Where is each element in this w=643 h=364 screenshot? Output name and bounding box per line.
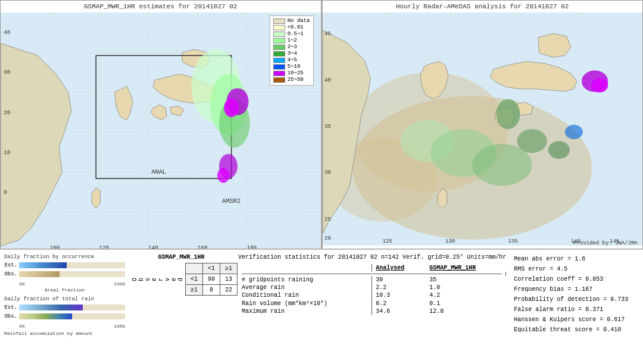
obs-bar-1 [19,271,125,277]
svg-point-52 [564,125,582,139]
obs-bar-2 [19,313,125,319]
row3-val1: 10.3 [372,291,426,299]
svg-text:130: 130 [445,238,454,244]
chart-obs-row: Obs. [4,270,125,278]
charts-section: Daily fraction by occurrence Est. Obs. 0… [3,253,126,361]
row3-label: Conditional rain [238,291,372,299]
row2-label: Average rain [238,284,372,291]
freq-bias: Frequency bias = 1.167 [514,284,637,294]
svg-text:20: 20 [4,109,10,116]
obs-label-2: Obs. [4,313,17,319]
cell-8: 8 [203,285,220,296]
obs-label-1: Obs. [4,271,17,277]
col-header-gsmap: GSMAP_MWR_1HR [426,264,505,272]
legend-2-3: 2~3 [273,44,310,50]
prob-detection: Probability of detection = 0.733 [514,294,637,305]
chart-axis-1: 0% 100% [4,281,125,287]
svg-text:AMSR2: AMSR2 [222,197,241,205]
est-label-1: Est. [4,262,17,268]
false-alarm-ratio: False alarm ratio = 0.371 [514,305,637,315]
right-map-panel: Hourly Radar-AMeDAS analysis for 2014102… [322,0,644,249]
row-header-gte1: ≥1 [186,285,203,296]
credit-label: Provided by: JWA/JMA [573,240,638,246]
corr-coeff: Correlation coeff = 0.853 [514,274,637,284]
row5-label: Maximum rain [238,307,372,315]
svg-text:40: 40 [324,77,331,83]
est-label-2: Est. [4,305,17,310]
svg-text:125: 125 [382,238,392,244]
legend-25-50: 25~50 [273,77,310,83]
svg-text:100: 100 [50,244,60,249]
row1-val2: 35 [426,276,505,284]
contingency-table-wrapper: Observed <1 ≥1 <1 99 13 ≥1 8 [130,263,232,296]
chart-title-2: Daily fraction of total rain [4,296,125,302]
svg-text:45: 45 [324,30,331,37]
right-map-title: Hourly Radar-AMeDAS analysis for 2014102… [396,3,569,10]
chart-obs-row-2: Obs. [4,312,125,321]
row2-val1: 2.2 [372,284,426,291]
legend-no-data: No data [273,18,310,24]
svg-text:25: 25 [324,216,331,222]
rms-error: RMS error = 4.5 [514,264,637,274]
stats-section: Verification statistics for 20141027 02 … [233,253,511,361]
row-header-lt1: <1 [186,274,203,285]
chart-axis-2: 0% 100% [4,324,125,329]
svg-text:20: 20 [324,235,331,241]
map-legend: No data <0.01 0.5~1 1~2 2~3 [270,15,314,86]
svg-text:0: 0 [4,189,7,196]
legend-4-5: 4~5 [273,57,310,63]
cell-99: 99 [203,274,220,285]
svg-point-49 [591,79,608,93]
svg-point-47 [496,99,520,129]
legend-1-2: 1~2 [273,37,310,43]
legend-5-10: 5~10 [273,64,310,70]
observed-label: Observed [130,277,185,281]
maps-row: GSMAP_MWR_1HR estimates for 20141027 02 … [0,0,643,250]
legend-lt001: <0.01 [273,24,310,30]
row5-val2: 12.8 [426,307,505,315]
svg-text:120: 120 [99,244,109,249]
chart-title-1: Daily fraction by occurrence [4,254,125,260]
row4-val2: 0.1 [426,299,505,307]
legend-0.5-1: 0.5~1 [273,31,310,37]
row5-val1: 34.6 [372,307,426,315]
svg-text:40: 40 [4,29,10,36]
mean-abs-error: Mean abs error = 1.6 [514,254,637,264]
chart-title-3: Rainfall accumulation by amount [4,331,125,336]
stats-title: Verification statistics for 20141027 02 … [238,254,506,261]
svg-point-50 [517,129,547,153]
right-stats: Mean abs error = 1.6 RMS error = 4.5 Cor… [511,253,640,361]
est-bar-1 [19,262,125,268]
row4-label: Rain volume (mm*km²×10⁶) [238,299,372,307]
equitable-threat: Equitable threat score = 0.410 [514,325,637,335]
est-bar-2 [19,305,125,310]
hanssen-score: Hanssen & Kuipers score = 0.617 [514,315,637,325]
contingency-table: <1 ≥1 <1 99 13 ≥1 8 22 [185,263,238,296]
chart-total-rain: Est. Obs. [4,303,125,321]
stats-table: Analysed GSMAP_MWR_1HR # gridpoints rain… [238,264,506,315]
left-map-title: GSMAP_MWR_1HR estimates for 20141027 02 [84,3,237,10]
svg-point-17 [224,99,239,117]
row3-val2: 4.2 [426,291,505,299]
chart-occurrence: Est. Obs. [4,261,125,279]
svg-text:140: 140 [148,244,158,249]
col-header-lt1: <1 [203,263,220,274]
left-map-panel: GSMAP_MWR_1HR estimates for 20141027 02 … [0,0,322,249]
svg-text:30: 30 [324,169,331,175]
svg-text:ANAL: ANAL [151,168,166,175]
col-header-analysed: Analysed [372,264,426,272]
svg-text:135: 135 [508,238,517,244]
legend-3-4: 3~4 [273,51,310,57]
chart-est-row: Est. [4,261,125,269]
svg-point-51 [548,141,569,159]
contingency-section: GSMAP_MWR_1HR Observed <1 ≥1 <1 99 13 [129,253,233,361]
svg-text:10: 10 [4,149,10,156]
right-map-svg: 45 40 35 30 25 20 125 130 135 140 145 [323,12,643,246]
svg-point-19 [217,168,230,183]
legend-10-25: 10~25 [273,70,310,76]
svg-text:180: 180 [246,244,257,249]
row1-val1: 30 [372,276,426,284]
row4-val1: 0.2 [372,299,426,307]
svg-text:35: 35 [324,123,331,130]
svg-text:30: 30 [4,69,10,76]
